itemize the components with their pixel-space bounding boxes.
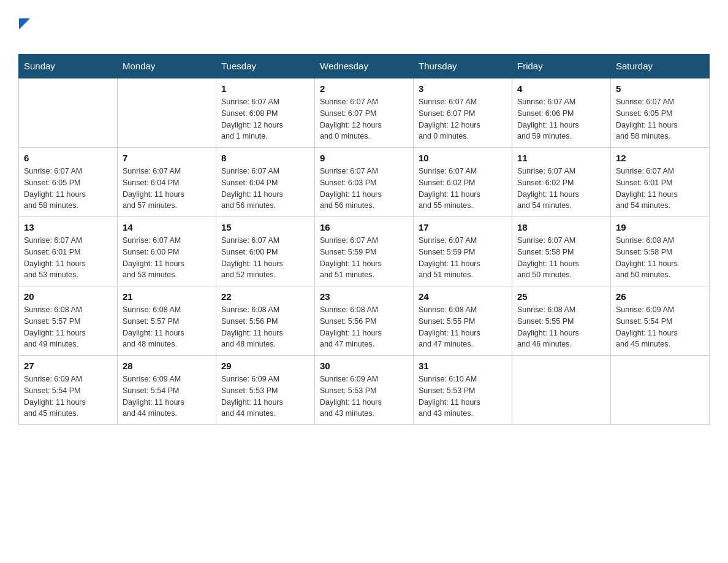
day-info: Sunrise: 6:07 AMSunset: 5:58 PMDaylight:… bbox=[517, 235, 605, 281]
calendar-cell bbox=[611, 356, 710, 425]
calendar-cell: 18Sunrise: 6:07 AMSunset: 5:58 PMDayligh… bbox=[512, 217, 611, 286]
day-number: 20 bbox=[24, 291, 112, 302]
weekday-header-saturday: Saturday bbox=[611, 55, 710, 79]
day-number: 25 bbox=[517, 291, 605, 302]
day-number: 4 bbox=[517, 83, 605, 94]
calendar-cell: 3Sunrise: 6:07 AMSunset: 6:07 PMDaylight… bbox=[414, 78, 512, 148]
day-number: 1 bbox=[221, 83, 309, 94]
day-number: 17 bbox=[419, 222, 507, 232]
day-info: Sunrise: 6:08 AMSunset: 5:57 PMDaylight:… bbox=[123, 304, 211, 350]
calendar-table: SundayMondayTuesdayWednesdayThursdayFrid… bbox=[18, 54, 710, 425]
day-number: 18 bbox=[517, 222, 605, 232]
day-info: Sunrise: 6:07 AMSunset: 6:08 PMDaylight:… bbox=[221, 96, 309, 142]
calendar-cell: 7Sunrise: 6:07 AMSunset: 6:04 PMDaylight… bbox=[118, 148, 216, 217]
day-number: 26 bbox=[616, 291, 704, 302]
day-number: 30 bbox=[320, 361, 408, 371]
day-info: Sunrise: 6:09 AMSunset: 5:54 PMDaylight:… bbox=[616, 304, 704, 350]
logo-triangle-icon bbox=[19, 18, 32, 32]
day-info: Sunrise: 6:09 AMSunset: 5:53 PMDaylight:… bbox=[221, 373, 309, 419]
day-info: Sunrise: 6:07 AMSunset: 6:04 PMDaylight:… bbox=[123, 166, 211, 212]
day-number: 19 bbox=[616, 222, 704, 232]
day-number: 13 bbox=[24, 222, 112, 232]
calendar-cell: 22Sunrise: 6:08 AMSunset: 5:56 PMDayligh… bbox=[216, 286, 315, 356]
calendar-cell bbox=[512, 356, 611, 425]
calendar-cell: 31Sunrise: 6:10 AMSunset: 5:53 PMDayligh… bbox=[414, 356, 512, 425]
day-number: 31 bbox=[419, 361, 507, 371]
day-info: Sunrise: 6:07 AMSunset: 6:05 PMDaylight:… bbox=[616, 96, 704, 142]
day-number: 3 bbox=[419, 83, 507, 94]
day-number: 27 bbox=[24, 361, 112, 371]
day-info: Sunrise: 6:07 AMSunset: 6:02 PMDaylight:… bbox=[517, 166, 605, 212]
weekday-header-thursday: Thursday bbox=[414, 55, 512, 79]
calendar-cell: 8Sunrise: 6:07 AMSunset: 6:04 PMDaylight… bbox=[216, 148, 315, 217]
day-info: Sunrise: 6:08 AMSunset: 5:55 PMDaylight:… bbox=[419, 304, 507, 350]
day-info: Sunrise: 6:08 AMSunset: 5:56 PMDaylight:… bbox=[320, 304, 408, 350]
calendar-week-row: 1Sunrise: 6:07 AMSunset: 6:08 PMDaylight… bbox=[19, 78, 710, 148]
day-info: Sunrise: 6:07 AMSunset: 6:06 PMDaylight:… bbox=[517, 96, 605, 142]
calendar-cell: 29Sunrise: 6:09 AMSunset: 5:53 PMDayligh… bbox=[216, 356, 315, 425]
day-info: Sunrise: 6:10 AMSunset: 5:53 PMDaylight:… bbox=[419, 373, 507, 419]
weekday-header-friday: Friday bbox=[512, 55, 611, 79]
day-number: 29 bbox=[221, 361, 309, 371]
calendar-cell: 17Sunrise: 6:07 AMSunset: 5:59 PMDayligh… bbox=[414, 217, 512, 286]
day-info: Sunrise: 6:07 AMSunset: 6:05 PMDaylight:… bbox=[24, 166, 112, 212]
calendar-cell: 16Sunrise: 6:07 AMSunset: 5:59 PMDayligh… bbox=[315, 217, 414, 286]
calendar-cell: 23Sunrise: 6:08 AMSunset: 5:56 PMDayligh… bbox=[315, 286, 414, 356]
day-info: Sunrise: 6:07 AMSunset: 6:03 PMDaylight:… bbox=[320, 166, 408, 212]
calendar-cell: 26Sunrise: 6:09 AMSunset: 5:54 PMDayligh… bbox=[611, 286, 710, 356]
day-info: Sunrise: 6:07 AMSunset: 6:07 PMDaylight:… bbox=[320, 96, 408, 142]
page-header bbox=[18, 18, 710, 48]
day-number: 2 bbox=[320, 83, 408, 94]
day-info: Sunrise: 6:07 AMSunset: 6:01 PMDaylight:… bbox=[616, 166, 704, 212]
logo-text bbox=[18, 18, 33, 32]
day-number: 6 bbox=[24, 153, 112, 163]
day-number: 14 bbox=[123, 222, 211, 232]
day-number: 28 bbox=[123, 361, 211, 371]
day-number: 22 bbox=[221, 291, 309, 302]
day-info: Sunrise: 6:09 AMSunset: 5:54 PMDaylight:… bbox=[123, 373, 211, 419]
calendar-cell: 5Sunrise: 6:07 AMSunset: 6:05 PMDaylight… bbox=[611, 78, 710, 148]
day-number: 15 bbox=[221, 222, 309, 232]
calendar-cell: 1Sunrise: 6:07 AMSunset: 6:08 PMDaylight… bbox=[216, 78, 315, 148]
svg-marker-0 bbox=[19, 18, 30, 29]
day-info: Sunrise: 6:07 AMSunset: 6:07 PMDaylight:… bbox=[419, 96, 507, 142]
calendar-cell: 10Sunrise: 6:07 AMSunset: 6:02 PMDayligh… bbox=[414, 148, 512, 217]
day-info: Sunrise: 6:07 AMSunset: 6:00 PMDaylight:… bbox=[123, 235, 211, 281]
day-info: Sunrise: 6:09 AMSunset: 5:53 PMDaylight:… bbox=[320, 373, 408, 419]
calendar-cell: 24Sunrise: 6:08 AMSunset: 5:55 PMDayligh… bbox=[414, 286, 512, 356]
day-info: Sunrise: 6:07 AMSunset: 5:59 PMDaylight:… bbox=[320, 235, 408, 281]
day-number: 24 bbox=[419, 291, 507, 302]
calendar-cell: 21Sunrise: 6:08 AMSunset: 5:57 PMDayligh… bbox=[118, 286, 216, 356]
day-info: Sunrise: 6:07 AMSunset: 6:02 PMDaylight:… bbox=[419, 166, 507, 212]
calendar-cell: 11Sunrise: 6:07 AMSunset: 6:02 PMDayligh… bbox=[512, 148, 611, 217]
calendar-week-row: 27Sunrise: 6:09 AMSunset: 5:54 PMDayligh… bbox=[19, 356, 710, 425]
weekday-header-tuesday: Tuesday bbox=[216, 55, 315, 79]
day-number: 10 bbox=[419, 153, 507, 163]
calendar-cell: 9Sunrise: 6:07 AMSunset: 6:03 PMDaylight… bbox=[315, 148, 414, 217]
weekday-header-wednesday: Wednesday bbox=[315, 55, 414, 79]
weekday-header-row: SundayMondayTuesdayWednesdayThursdayFrid… bbox=[19, 55, 710, 79]
weekday-header-monday: Monday bbox=[118, 55, 216, 79]
day-number: 5 bbox=[616, 83, 704, 94]
calendar-cell bbox=[118, 78, 216, 148]
day-number: 11 bbox=[517, 153, 605, 163]
day-info: Sunrise: 6:07 AMSunset: 6:04 PMDaylight:… bbox=[221, 166, 309, 212]
day-info: Sunrise: 6:08 AMSunset: 5:55 PMDaylight:… bbox=[517, 304, 605, 350]
calendar-cell: 30Sunrise: 6:09 AMSunset: 5:53 PMDayligh… bbox=[315, 356, 414, 425]
day-number: 21 bbox=[123, 291, 211, 302]
day-info: Sunrise: 6:07 AMSunset: 6:01 PMDaylight:… bbox=[24, 235, 112, 281]
calendar-week-row: 20Sunrise: 6:08 AMSunset: 5:57 PMDayligh… bbox=[19, 286, 710, 356]
calendar-cell: 12Sunrise: 6:07 AMSunset: 6:01 PMDayligh… bbox=[611, 148, 710, 217]
day-info: Sunrise: 6:08 AMSunset: 5:56 PMDaylight:… bbox=[221, 304, 309, 350]
calendar-cell: 25Sunrise: 6:08 AMSunset: 5:55 PMDayligh… bbox=[512, 286, 611, 356]
calendar-cell: 20Sunrise: 6:08 AMSunset: 5:57 PMDayligh… bbox=[19, 286, 118, 356]
day-number: 8 bbox=[221, 153, 309, 163]
logo bbox=[18, 18, 33, 48]
day-info: Sunrise: 6:08 AMSunset: 5:57 PMDaylight:… bbox=[24, 304, 112, 350]
calendar-cell: 2Sunrise: 6:07 AMSunset: 6:07 PMDaylight… bbox=[315, 78, 414, 148]
calendar-cell: 4Sunrise: 6:07 AMSunset: 6:06 PMDaylight… bbox=[512, 78, 611, 148]
day-number: 12 bbox=[616, 153, 704, 163]
day-info: Sunrise: 6:09 AMSunset: 5:54 PMDaylight:… bbox=[24, 373, 112, 419]
calendar-cell: 14Sunrise: 6:07 AMSunset: 6:00 PMDayligh… bbox=[118, 217, 216, 286]
day-info: Sunrise: 6:08 AMSunset: 5:58 PMDaylight:… bbox=[616, 235, 704, 281]
